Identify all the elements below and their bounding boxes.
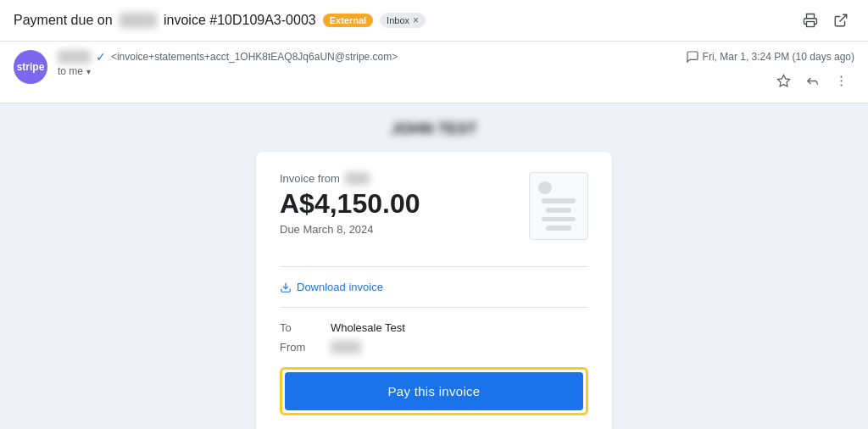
doc-line-1 xyxy=(542,198,576,203)
invoice-from-label: Invoice from xyxy=(280,172,515,185)
subject-suffix: invoice #10D109A3-0003 xyxy=(164,13,316,28)
email-body: JOHN TEST Invoice from A$4,150.00 Due Ma… xyxy=(0,103,868,429)
download-invoice-link[interactable]: Download invoice xyxy=(280,281,588,293)
open-in-new-button[interactable] xyxy=(827,7,854,34)
doc-line-3 xyxy=(542,217,576,222)
from-value-blurred xyxy=(331,341,361,354)
doc-line-2 xyxy=(546,208,571,213)
pay-invoice-button[interactable]: Pay this invoice xyxy=(285,372,583,410)
svg-rect-0 xyxy=(807,22,815,27)
invoice-from-row: From xyxy=(280,341,588,354)
email-company-name: JOHN TEST xyxy=(391,120,476,138)
sender-timestamp: Fri, Mar 1, 3:24 PM (10 days ago) xyxy=(686,50,854,64)
invoice-card: Invoice from A$4,150.00 Due March 8, 202… xyxy=(256,152,612,429)
invoice-from-blurred xyxy=(345,172,370,185)
to-value: Wholesale Test xyxy=(331,321,405,334)
header-actions xyxy=(797,7,854,34)
sender-name-row: ✓ <invoice+statements+acct_1OHK8tEAQ8Jq6… xyxy=(58,50,676,64)
svg-marker-2 xyxy=(777,75,789,86)
external-badge: External xyxy=(323,14,373,27)
verified-icon: ✓ xyxy=(96,50,106,64)
invoice-due-date: Due March 8, 2024 xyxy=(280,223,515,236)
chevron-down-icon[interactable]: ▾ xyxy=(86,67,91,76)
sender-info: ✓ <invoice+statements+acct_1OHK8tEAQ8Jq6… xyxy=(58,50,676,77)
svg-point-5 xyxy=(840,84,842,86)
from-label: From xyxy=(280,341,331,354)
subject-prefix: Payment due on xyxy=(14,13,113,28)
invoice-to-row: To Wholesale Test xyxy=(280,321,588,334)
sender-meta-right: Fri, Mar 1, 3:24 PM (10 days ago) xyxy=(686,50,854,94)
invoice-details: Invoice from A$4,150.00 Due March 8, 202… xyxy=(280,172,515,253)
email-subject: Payment due on invoice #10D109A3-0003 Ex… xyxy=(14,13,790,28)
divider-1 xyxy=(280,266,588,267)
subject-blurred xyxy=(120,13,157,28)
reply-button[interactable] xyxy=(798,67,826,94)
pay-button-wrapper: Pay this invoice xyxy=(280,367,588,415)
chat-icon xyxy=(686,50,699,64)
download-icon xyxy=(280,281,292,293)
email-header-bar: Payment due on invoice #10D109A3-0003 Ex… xyxy=(0,0,868,42)
star-button[interactable] xyxy=(770,67,797,94)
invoice-document-icon xyxy=(529,172,588,240)
divider-2 xyxy=(280,307,588,308)
invoice-amount: A$4,150.00 xyxy=(280,188,515,220)
inbox-badge-close[interactable]: × xyxy=(413,14,419,26)
more-options-button[interactable] xyxy=(827,67,854,94)
invoice-card-inner: Invoice from A$4,150.00 Due March 8, 202… xyxy=(280,172,588,253)
print-button[interactable] xyxy=(797,7,824,34)
svg-point-3 xyxy=(840,75,842,77)
sender-name xyxy=(58,50,91,64)
doc-circle xyxy=(538,181,552,194)
sender-row: stripe ✓ <invoice+statements+acct_1OHK8t… xyxy=(0,42,868,103)
inbox-badge: Inbox × xyxy=(380,13,426,28)
sender-avatar: stripe xyxy=(14,50,47,84)
sender-email: <invoice+statements+acct_1OHK8tEAQ8Jq6aU… xyxy=(111,51,398,63)
sender-to: to me ▾ xyxy=(58,65,676,77)
doc-line-4 xyxy=(546,226,571,231)
sender-actions xyxy=(770,67,854,94)
svg-point-4 xyxy=(840,80,842,81)
to-label: To xyxy=(280,321,331,334)
svg-line-1 xyxy=(840,14,847,21)
